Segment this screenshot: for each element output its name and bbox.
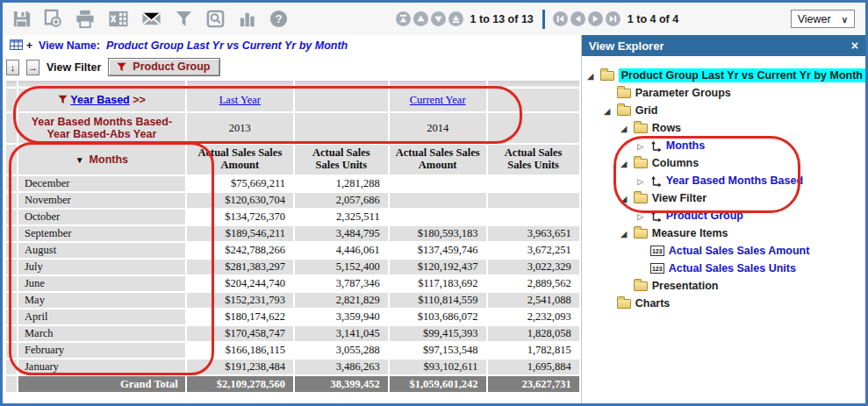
table-row: August$242,788,2664,446,061$137,459,7463… bbox=[6, 243, 579, 258]
month-cell[interactable]: August bbox=[18, 243, 185, 258]
caret-expanded-icon[interactable] bbox=[585, 69, 596, 82]
month-cell[interactable]: March bbox=[18, 326, 185, 341]
svg-text:?: ? bbox=[275, 12, 282, 25]
abs-year-header-row: Year Based Months Based-Year Based-Abs Y… bbox=[6, 113, 579, 143]
view-name-bar: + View Name: Product Group Last Yr vs Cu… bbox=[3, 35, 581, 55]
year-2014-cell[interactable]: 2014 bbox=[390, 113, 486, 143]
expand-arrows[interactable]: >> bbox=[133, 94, 146, 106]
caret-expanded-icon[interactable] bbox=[619, 192, 629, 204]
move-down-button[interactable] bbox=[6, 60, 19, 75]
caret-collapsed-icon[interactable] bbox=[635, 210, 646, 222]
month-cell[interactable]: April bbox=[18, 310, 185, 324]
measure-123-icon bbox=[650, 246, 664, 256]
tree-item-label: Parameter Groups bbox=[635, 87, 731, 99]
tree-item-presentation[interactable]: Presentation bbox=[582, 277, 865, 295]
table-row: February$166,186,1153,055,288$97,153,548… bbox=[6, 343, 579, 358]
funnel-icon bbox=[58, 95, 68, 104]
print-icon[interactable] bbox=[75, 9, 96, 29]
month-cell[interactable]: September bbox=[18, 226, 185, 241]
tree-item-view-filter[interactable]: View Filter bbox=[582, 189, 865, 207]
caret-collapsed-icon[interactable] bbox=[635, 175, 646, 187]
month-cell[interactable]: June bbox=[18, 276, 185, 291]
caret-expanded-icon[interactable] bbox=[619, 227, 629, 239]
row-pager-label: 1 to 13 of 13 bbox=[470, 13, 534, 25]
tree-item-product-group[interactable]: Product Group bbox=[582, 207, 865, 224]
view-name-value[interactable]: Product Group Last Yr vs Current Yr by M… bbox=[106, 39, 348, 52]
month-cell[interactable]: July bbox=[18, 260, 185, 274]
caret-collapsed-icon[interactable] bbox=[635, 139, 646, 152]
tree-item-label: Rows bbox=[652, 122, 681, 134]
month-cell[interactable]: December bbox=[18, 176, 185, 191]
tree-item-grid[interactable]: Grid bbox=[582, 102, 865, 119]
filter-icon[interactable] bbox=[174, 9, 194, 29]
viewer-mode-select[interactable]: Viewer bbox=[791, 10, 855, 28]
year-based-link[interactable]: Year Based bbox=[70, 94, 129, 106]
scroll-bottom-button[interactable] bbox=[448, 11, 463, 26]
add-view-icon[interactable]: + bbox=[26, 39, 32, 52]
toolbar-separator bbox=[542, 10, 545, 29]
current-year-link[interactable]: Current Year bbox=[410, 94, 466, 106]
column-dimension-header[interactable]: Year Based >> bbox=[18, 89, 185, 111]
tree-item-parameter-groups[interactable]: Parameter Groups bbox=[582, 84, 865, 102]
export-report-icon[interactable] bbox=[43, 9, 63, 29]
month-cell[interactable]: November bbox=[18, 193, 185, 208]
tree-item-months[interactable]: Months bbox=[582, 137, 865, 154]
tree-item-actual-sales-sales-amount[interactable]: Actual Sales Sales Amount bbox=[582, 242, 865, 260]
row-dimension-header[interactable]: Months bbox=[18, 145, 185, 175]
months-dimension-label[interactable]: Months bbox=[90, 153, 128, 166]
caret-expanded-icon[interactable] bbox=[619, 122, 629, 134]
dimension-icon bbox=[650, 210, 662, 222]
measure-col-header[interactable]: Actual Sales Sales Amount bbox=[390, 145, 486, 175]
tree-item-measure-items[interactable]: Measure Items bbox=[582, 224, 865, 242]
last-page-button[interactable] bbox=[606, 11, 621, 26]
month-cell[interactable]: May bbox=[18, 293, 185, 308]
preview-icon[interactable] bbox=[205, 9, 226, 29]
measure-col-header[interactable]: Actual Sales Sales Units bbox=[295, 145, 388, 175]
dimension-icon bbox=[650, 175, 662, 187]
empty-header-cell bbox=[488, 89, 579, 111]
email-icon[interactable] bbox=[140, 9, 162, 29]
move-right-button[interactable] bbox=[26, 60, 39, 75]
help-icon[interactable]: ? bbox=[269, 9, 289, 29]
chart-icon[interactable] bbox=[237, 9, 257, 29]
tree-item-label: Actual Sales Sales Amount bbox=[669, 245, 810, 257]
tree-item-columns[interactable]: Columns bbox=[582, 154, 865, 172]
sort-triangle-icon[interactable] bbox=[75, 153, 90, 166]
tree-item-view-root[interactable]: Product Group Last Yr vs Current Yr by M… bbox=[582, 67, 865, 84]
last-year-link[interactable]: Last Year bbox=[219, 94, 261, 106]
grid-layout-icon[interactable] bbox=[10, 38, 23, 53]
table-row: November$120,630,7042,057,686 bbox=[6, 193, 579, 208]
view-explorer-titlebar: View Explorer bbox=[582, 35, 865, 56]
export-excel-icon[interactable] bbox=[107, 9, 129, 29]
scroll-down-button[interactable] bbox=[431, 11, 446, 26]
tree-item-rows[interactable]: Rows bbox=[582, 119, 865, 137]
next-page-button[interactable] bbox=[588, 11, 603, 26]
scroll-up-button[interactable] bbox=[413, 11, 428, 26]
month-cell[interactable]: February bbox=[18, 343, 185, 358]
close-icon[interactable] bbox=[851, 39, 858, 53]
month-cell[interactable]: October bbox=[18, 210, 185, 224]
row-pager: 1 to 13 of 13 bbox=[396, 11, 539, 26]
measure-col-header[interactable]: Actual Sales Sales Units bbox=[488, 145, 579, 175]
year-2013-cell[interactable]: 2013 bbox=[187, 113, 293, 143]
caret-expanded-icon[interactable] bbox=[619, 157, 629, 169]
tree-item-actual-sales-sales-units[interactable]: Actual Sales Sales Units bbox=[582, 260, 865, 277]
caret-expanded-icon[interactable] bbox=[602, 104, 613, 117]
folder-icon bbox=[617, 89, 631, 98]
view-explorer-panel: View Explorer Product Group Last Yr vs C… bbox=[581, 35, 865, 406]
abs-year-dimension-label[interactable]: Year Based Months Based-Year Based-Abs Y… bbox=[32, 116, 172, 140]
scroll-top-button[interactable] bbox=[396, 11, 411, 26]
month-cell[interactable]: January bbox=[18, 360, 185, 374]
tree-item-charts[interactable]: Charts bbox=[582, 295, 865, 312]
tree-item-year-based-months-based[interactable]: Year Based Months Based bbox=[582, 172, 865, 189]
chevron-down-icon bbox=[842, 13, 848, 25]
tree-item-label: Year Based Months Based bbox=[666, 175, 803, 187]
first-page-button[interactable] bbox=[553, 11, 568, 26]
measure-col-header[interactable]: Actual Sales Sales Amount bbox=[187, 145, 293, 175]
tree-item-label: Product Group Last Yr vs Current Yr by M… bbox=[619, 68, 865, 82]
folder-icon bbox=[634, 229, 648, 239]
save-icon[interactable] bbox=[11, 9, 32, 29]
product-group-filter-button[interactable]: Product Group bbox=[108, 58, 219, 76]
previous-page-button[interactable] bbox=[570, 11, 585, 26]
folder-icon bbox=[634, 124, 648, 133]
